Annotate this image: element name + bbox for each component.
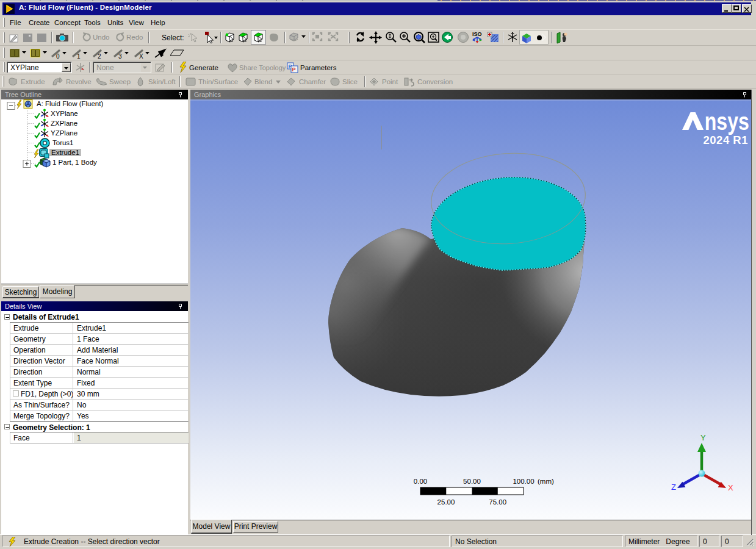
svg-text:0.00: 0.00 — [414, 478, 427, 485]
svg-text:3: 3 — [118, 53, 122, 59]
svg-text:X: X — [139, 53, 143, 59]
svg-text:100.00: 100.00 — [513, 478, 534, 485]
svg-text:Y: Y — [700, 433, 706, 442]
svg-text:(mm): (mm) — [538, 478, 554, 485]
svg-text:P: P — [292, 66, 296, 73]
svg-text:0: 0 — [56, 53, 60, 59]
svg-text:50.00: 50.00 — [463, 478, 481, 485]
svg-text:Z: Z — [671, 483, 676, 492]
svg-text:nsys: nsys — [705, 108, 749, 135]
svg-text:1: 1 — [77, 53, 81, 59]
svg-text:X: X — [728, 483, 733, 492]
svg-text:75.00: 75.00 — [489, 498, 506, 506]
svg-text:ISO: ISO — [472, 31, 482, 37]
svg-text:2024 R1: 2024 R1 — [704, 134, 748, 146]
svg-text:2: 2 — [98, 53, 101, 59]
svg-text:25.00: 25.00 — [437, 498, 455, 506]
